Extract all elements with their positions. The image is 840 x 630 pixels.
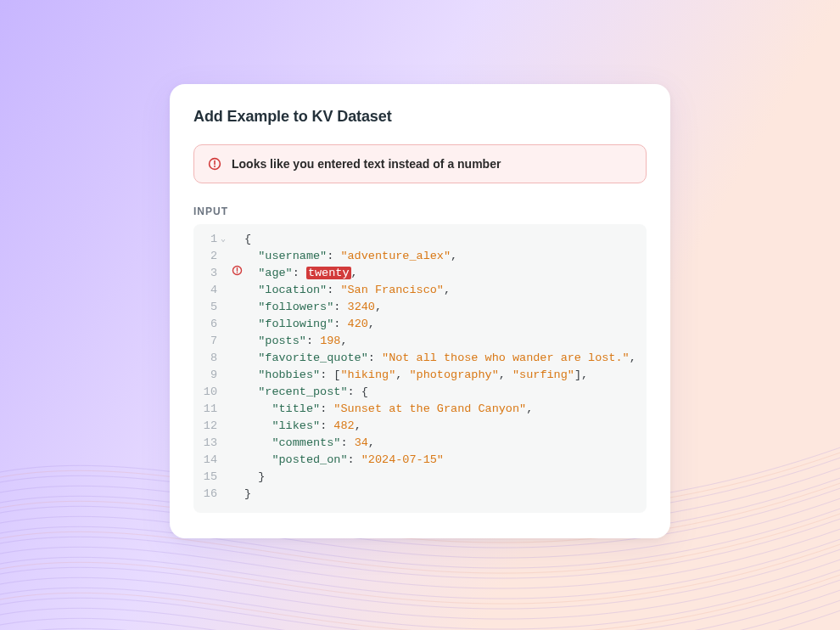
line-number: 4	[199, 282, 217, 299]
error-alert: Looks like you entered text instead of a…	[193, 144, 647, 183]
line-error-icon	[229, 265, 244, 276]
code-line[interactable]: 2 "username": "adventure_alex",	[199, 248, 638, 265]
code-line[interactable]: 1 ⌄ {	[199, 231, 638, 248]
line-number: 11	[199, 401, 217, 418]
code-line[interactable]: 15 }	[199, 469, 638, 486]
code-line[interactable]: 7 "posts": 198,	[199, 333, 638, 350]
code-line[interactable]: 11 "title": "Sunset at the Grand Canyon"…	[199, 401, 638, 418]
dialog-title: Add Example to KV Dataset	[193, 108, 647, 126]
dialog-card: Add Example to KV Dataset Looks like you…	[170, 84, 670, 538]
line-number: 5	[199, 299, 217, 316]
line-number: 6	[199, 316, 217, 333]
line-number: 16	[199, 486, 217, 503]
line-number: 1	[199, 231, 217, 248]
code-line[interactable]: 16 }	[199, 486, 638, 503]
code-line[interactable]: 13 "comments": 34,	[199, 435, 638, 452]
page-background: Add Example to KV Dataset Looks like you…	[0, 0, 840, 630]
code-line-error[interactable]: 3 "age": twenty,	[199, 265, 638, 282]
alert-error-icon	[208, 157, 221, 171]
line-number: 10	[199, 384, 217, 401]
code-line[interactable]: 9 "hobbies": ["hiking", "photography", "…	[199, 367, 638, 384]
line-number: 13	[199, 435, 217, 452]
error-token: twenty	[306, 267, 351, 279]
error-alert-text: Looks like you entered text instead of a…	[232, 157, 501, 171]
line-number: 12	[199, 418, 217, 435]
svg-point-2	[214, 166, 216, 167]
line-number: 3	[199, 265, 217, 282]
code-line[interactable]: 6 "following": 420,	[199, 316, 638, 333]
line-number: 14	[199, 452, 217, 469]
line-number: 2	[199, 248, 217, 265]
json-editor[interactable]: 1 ⌄ { 2 "username": "adventure_alex", 3	[193, 224, 647, 513]
code-line[interactable]: 10 "recent_post": {	[199, 384, 638, 401]
line-number: 8	[199, 350, 217, 367]
line-number: 9	[199, 367, 217, 384]
code-line[interactable]: 5 "followers": 3240,	[199, 299, 638, 316]
code-line[interactable]: 12 "likes": 482,	[199, 418, 638, 435]
code-line[interactable]: 8 "favorite_quote": "Not all those who w…	[199, 350, 638, 367]
fold-chevron-icon[interactable]: ⌄	[217, 231, 229, 248]
code-line[interactable]: 14 "posted_on": "2024-07-15"	[199, 452, 638, 469]
code-line[interactable]: 4 "location": "San Francisco",	[199, 282, 638, 299]
svg-point-5	[236, 272, 238, 273]
input-section-label: INPUT	[193, 205, 647, 217]
line-number: 15	[199, 469, 217, 486]
line-number: 7	[199, 333, 217, 350]
